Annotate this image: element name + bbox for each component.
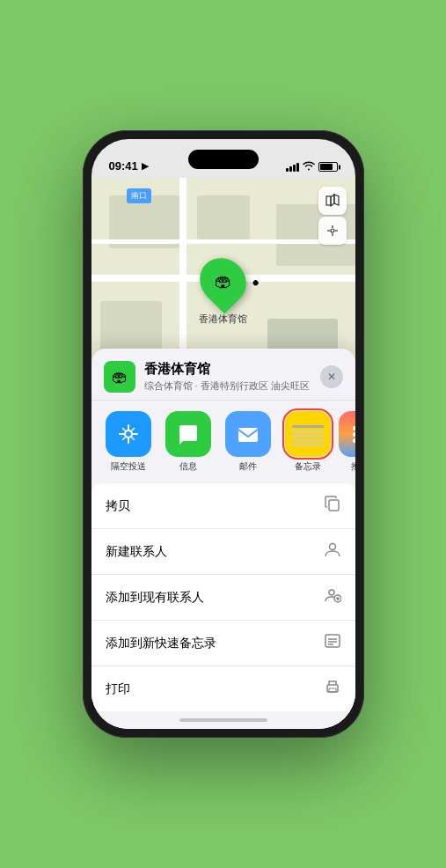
battery-icon — [318, 162, 338, 172]
map-label-text: 南口 — [131, 191, 147, 200]
svg-point-10 — [329, 590, 334, 595]
time-display: 09:41 — [109, 159, 138, 173]
venue-info: 香港体育馆 综合体育馆 · 香港特别行政区 油尖旺区 — [144, 361, 311, 393]
notes-label: 备忘录 — [295, 460, 321, 473]
phone-frame: 09:41 ▶ — [83, 130, 364, 738]
home-bar — [179, 718, 267, 722]
messages-icon — [165, 411, 211, 457]
mail-label: 邮件 — [239, 460, 257, 473]
svg-rect-0 — [326, 196, 331, 205]
share-messages[interactable]: 信息 — [160, 411, 216, 473]
more-label: 推 — [351, 460, 355, 473]
venue-subtitle: 综合体育馆 · 香港特别行政区 油尖旺区 — [144, 379, 311, 393]
map-type-button[interactable] — [318, 187, 347, 215]
copy-action[interactable]: 拷贝 — [91, 483, 355, 529]
status-icons — [286, 161, 338, 173]
pin-emoji: 🏟 — [215, 271, 232, 291]
add-existing-action[interactable]: 添加到现有联系人 — [91, 575, 355, 621]
map-pin: 🏟 香港体育馆 — [199, 257, 247, 326]
more-icon — [339, 411, 355, 457]
new-contact-action[interactable]: 新建联系人 — [91, 529, 355, 575]
svg-point-1 — [331, 229, 334, 232]
mail-icon — [225, 411, 271, 457]
add-note-label: 添加到新快速备忘录 — [106, 636, 216, 651]
map-block — [197, 195, 250, 239]
svg-rect-19 — [329, 688, 336, 692]
add-existing-label: 添加到现有联系人 — [106, 590, 204, 606]
add-note-action[interactable]: 添加到新快速备忘录 — [91, 621, 355, 666]
share-more[interactable]: 推 — [340, 411, 355, 473]
copy-icon — [324, 495, 341, 517]
share-mail[interactable]: 邮件 — [220, 411, 276, 473]
svg-rect-8 — [329, 500, 339, 511]
print-icon — [324, 678, 341, 700]
sheet-header: 🏟 香港体育馆 综合体育馆 · 香港特别行政区 油尖旺区 ✕ — [91, 349, 355, 401]
venue-icon: 🏟 — [104, 361, 135, 393]
signal-icon — [286, 163, 299, 172]
svg-rect-7 — [238, 428, 258, 442]
map-road — [91, 239, 355, 244]
messages-label: 信息 — [179, 460, 197, 473]
print-action[interactable]: 打印 — [91, 666, 355, 711]
map-controls — [318, 187, 347, 245]
pin-icon: 🏟 — [190, 248, 255, 313]
svg-point-9 — [329, 544, 335, 550]
airdrop-label: 隔空投送 — [111, 460, 146, 473]
close-button[interactable]: ✕ — [320, 365, 343, 388]
add-note-icon — [324, 632, 341, 654]
print-label: 打印 — [106, 681, 130, 697]
status-time: 09:41 ▶ — [109, 159, 149, 173]
new-contact-icon — [324, 541, 341, 563]
location-button[interactable] — [318, 217, 347, 245]
svg-rect-14 — [325, 635, 340, 647]
new-contact-label: 新建联系人 — [106, 544, 167, 560]
location-arrow-icon: ▶ — [142, 161, 149, 171]
bottom-sheet: 🏟 香港体育馆 综合体育馆 · 香港特别行政区 油尖旺区 ✕ — [91, 349, 355, 729]
map-label: 南口 — [127, 188, 151, 203]
copy-label: 拷贝 — [106, 498, 130, 514]
notes-icon — [285, 411, 331, 457]
add-contact-icon — [324, 586, 341, 608]
action-list: 拷贝 新建联系人 — [91, 483, 355, 711]
wifi-icon — [303, 161, 315, 173]
share-notes[interactable]: 备忘录 — [280, 411, 336, 473]
dynamic-island — [188, 150, 259, 169]
pin-label: 香港体育馆 — [199, 313, 247, 326]
phone-screen: 09:41 ▶ — [91, 139, 355, 729]
airdrop-icon — [106, 411, 151, 457]
share-airdrop[interactable]: 隔空投送 — [100, 411, 157, 473]
venue-name: 香港体育馆 — [144, 361, 311, 378]
home-indicator — [91, 711, 355, 729]
share-row: 隔空投送 信息 — [91, 401, 355, 480]
